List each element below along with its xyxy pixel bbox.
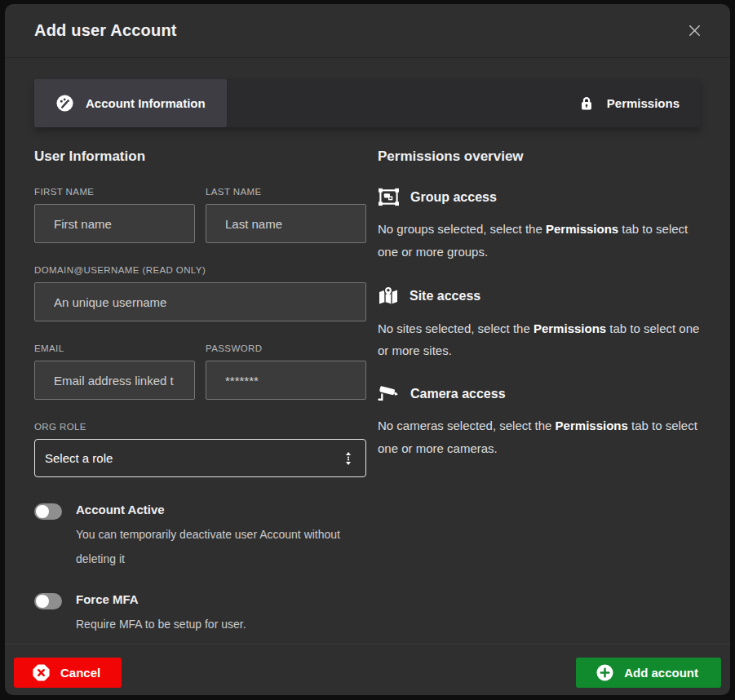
- first-name-label: FIRST NAME: [34, 187, 195, 197]
- org-role-label: ORG ROLE: [34, 422, 366, 432]
- password-label: PASSWORD: [206, 343, 366, 353]
- modal-header: Add user Account: [5, 4, 730, 58]
- group-access-text: No groups selected, select the Permissio…: [378, 218, 701, 264]
- close-icon: [687, 29, 702, 41]
- site-access-text: No sites selected, select the Permission…: [378, 317, 701, 363]
- domain-username-input[interactable]: [34, 282, 366, 321]
- close-button[interactable]: [684, 20, 706, 42]
- permissions-overview-column: Permissions overview Group access: [378, 145, 701, 636]
- cctv-camera-icon: [378, 384, 400, 404]
- force-mfa-toggle[interactable]: [34, 593, 62, 609]
- camera-access-title: Camera access: [410, 387, 506, 401]
- camera-access-text: No cameras selected, select the Permissi…: [378, 414, 701, 460]
- gauge-icon: [55, 94, 74, 113]
- plus-circle-icon: [596, 663, 614, 682]
- modal-footer: Cancel Add account: [5, 644, 730, 695]
- permissions-overview-heading: Permissions overview: [378, 148, 701, 165]
- account-active-label: Account Active: [76, 503, 353, 516]
- group-access-header: Group access: [378, 187, 701, 207]
- add-user-account-modal: Add user Account Account Information: [5, 4, 730, 695]
- domain-username-label: DOMAIN@USERNAME (READ ONLY): [34, 265, 366, 275]
- site-access-title: Site access: [410, 289, 480, 303]
- group-access-title: Group access: [410, 190, 497, 205]
- camera-access-header: Camera access: [378, 384, 701, 404]
- modal-body: User Information FIRST NAME LAST NAME DO…: [5, 127, 730, 636]
- last-name-input[interactable]: [206, 204, 366, 243]
- page-title: Add user Account: [34, 21, 177, 40]
- first-name-input[interactable]: [34, 204, 195, 243]
- account-active-row: Account Active You can temporarily deact…: [34, 503, 366, 571]
- tab-permissions[interactable]: Permissions: [556, 79, 701, 127]
- password-input[interactable]: [206, 361, 366, 400]
- user-information-heading: User Information: [34, 148, 366, 165]
- org-role-select[interactable]: Select a role: [34, 439, 366, 477]
- object-group-icon: [378, 187, 400, 207]
- force-mfa-row: Force MFA Require MFA to be setup for us…: [34, 592, 366, 636]
- email-label: EMAIL: [34, 343, 195, 353]
- last-name-label: LAST NAME: [206, 187, 366, 197]
- unfold-icon: [342, 451, 355, 466]
- lock-icon: [578, 95, 596, 113]
- email-input[interactable]: [34, 361, 195, 400]
- force-mfa-description: Require MFA to be setup for user.: [76, 612, 246, 636]
- cancel-label: Cancel: [60, 666, 100, 680]
- tab-strip: Account Information Permissions: [34, 79, 701, 127]
- force-mfa-label: Force MFA: [76, 592, 246, 606]
- map-location-icon: [378, 286, 399, 307]
- add-account-label: Add account: [624, 666, 698, 680]
- cancel-button[interactable]: Cancel: [14, 658, 122, 688]
- user-information-column: User Information FIRST NAME LAST NAME DO…: [34, 145, 366, 636]
- tab-account-information[interactable]: Account Information: [34, 79, 227, 127]
- account-active-description: You can temporarily deactivate user Acco…: [76, 522, 353, 571]
- add-account-button[interactable]: Add account: [576, 658, 721, 688]
- tab-label: Account Information: [86, 96, 206, 110]
- account-active-toggle[interactable]: [34, 503, 62, 520]
- org-role-value: Select a role: [45, 451, 113, 465]
- site-access-header: Site access: [378, 286, 701, 307]
- cancel-octagon-icon: [32, 663, 51, 682]
- tab-label: Permissions: [607, 96, 680, 110]
